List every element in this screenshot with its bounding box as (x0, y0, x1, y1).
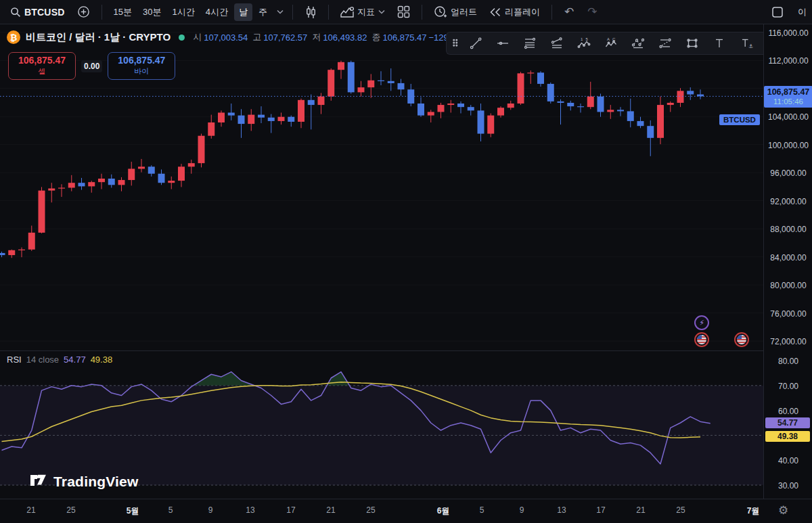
us-economic-event-marker[interactable] (694, 332, 709, 347)
lightning-icon: ⚡ (699, 319, 704, 327)
single-layout-button[interactable] (767, 3, 788, 21)
indicators-button[interactable]: 지표 (336, 3, 390, 21)
timeframe-dropdown-button[interactable] (275, 7, 286, 17)
replay-icon (489, 7, 501, 17)
compare-add-button[interactable] (72, 3, 95, 21)
parallel-channel-tool-button[interactable] (544, 34, 570, 53)
abcd-pattern-icon (658, 37, 672, 50)
parallel-channel-icon (550, 37, 564, 50)
time-axis-label: 5월 (127, 505, 139, 517)
us-economic-event-marker[interactable] (734, 332, 749, 347)
time-axis-label: 9 (208, 505, 213, 515)
redo-icon: ↷ (587, 6, 597, 18)
us-flag-icon (697, 335, 706, 344)
axis-settings-gear-icon[interactable]: ⚙ (778, 503, 788, 518)
save-image-button[interactable]: 이 (795, 3, 807, 21)
time-axis-label: 25 (366, 505, 375, 515)
time-axis-label: 21 (636, 505, 645, 515)
ohlc-key: 저 (312, 31, 321, 43)
timeframe-button-4시간[interactable]: 4시간 (201, 3, 233, 21)
last-price-value: 106,875.47 (764, 87, 812, 97)
redo-button[interactable]: ↷ (582, 5, 602, 19)
chevron-down-icon (277, 9, 284, 14)
search-icon (10, 7, 21, 18)
horizontal-ray-icon (496, 37, 510, 50)
ohlc-key: 종 (371, 31, 380, 43)
trend-line-tool-button[interactable] (463, 34, 489, 53)
text-tool-button[interactable] (706, 34, 732, 53)
buy-label: 바이 (108, 66, 175, 76)
drag-handle-icon (451, 37, 461, 50)
anchored-text-icon: ⚓ (740, 37, 753, 50)
timeframe-button-15분[interactable]: 15분 (109, 3, 137, 21)
rsi-axis-badge: 54.77 (765, 417, 810, 428)
ohlc-values: 시107,003.54고107,762.57저106,493.82종106,87… (193, 31, 449, 43)
rsi-header[interactable]: RSI 14 close 54.77 49.38 (7, 355, 112, 365)
symbol-price-tag[interactable]: BTCUSD (719, 114, 760, 125)
pane-divider[interactable] (0, 350, 763, 351)
elliott-correction-wave-icon: AC (604, 37, 618, 50)
bitcoin-icon: ₿ (7, 30, 20, 44)
rsi-params: 14 close (26, 355, 59, 365)
rsi-axis-label: 60.00 (764, 407, 812, 416)
timeframe-button-날[interactable]: 날 (234, 3, 252, 21)
price-axis[interactable]: 106,875.47 11:05:46 54.77 49.38 116,000.… (763, 24, 812, 499)
crypto-event-marker[interactable]: ⚡ (694, 315, 709, 330)
abcd-pattern-tool-button[interactable] (652, 34, 678, 53)
chevron-down-icon (378, 9, 385, 14)
market-status-dot[interactable] (179, 35, 185, 41)
symbol-search-button[interactable]: BTCUSD (5, 4, 70, 20)
toolbar-separator (102, 5, 102, 20)
time-axis[interactable]: ⚙ 21255월59131721256월59131721257월 (0, 499, 812, 523)
fib-retracement-tool-button[interactable] (517, 34, 543, 53)
xabcd-pattern-tool-button[interactable] (625, 34, 651, 53)
buy-button[interactable]: 106,875.47 바이 (108, 52, 175, 80)
sell-button[interactable]: 106,875.47 셀 (8, 52, 76, 80)
price-axis-label: 104,000.00 (764, 112, 812, 122)
svg-text:A: A (607, 37, 610, 41)
timeframe-button-1시간[interactable]: 1시간 (167, 3, 199, 21)
rsi-title: RSI (7, 355, 22, 365)
rectangle-icon (685, 37, 699, 50)
indicators-icon (340, 6, 354, 18)
horizontal-ray-tool-button[interactable] (490, 34, 516, 53)
ohlc-value: 106,493.82 (323, 32, 367, 43)
indicators-label: 지표 (357, 6, 375, 18)
rectangle-tool-button[interactable] (679, 34, 705, 53)
toolbar-separator (292, 5, 293, 20)
timeframe-button-30분[interactable]: 30분 (138, 3, 166, 21)
time-axis-label: 13 (246, 505, 254, 515)
us-flag-icon (737, 335, 746, 344)
price-axis-label: 100,000.00 (764, 141, 812, 150)
price-axis-label: 92,000.00 (764, 197, 812, 206)
chart-type-button[interactable] (300, 3, 321, 22)
alert-button[interactable]: 얼러트 (429, 3, 482, 22)
elliott-impulse-wave-tool-button[interactable]: 15 (571, 34, 597, 53)
layout-templates-button[interactable] (392, 3, 415, 21)
svg-text:⚓: ⚓ (748, 43, 753, 49)
symbol-title[interactable]: 비트코인 / 달러 · 1날 · CRYPTO (26, 31, 171, 44)
tradingview-watermark: TradingView (30, 472, 139, 491)
undo-button[interactable]: ↶ (559, 5, 579, 19)
fib-retracement-icon (523, 37, 537, 50)
rsi-ma-axis-badge: 49.38 (765, 431, 810, 442)
price-axis-label: 96,000.00 (764, 168, 812, 178)
timeframe-button-주[interactable]: 주 (254, 3, 272, 21)
plus-circle-icon (77, 5, 90, 18)
grid-layout-icon (397, 5, 410, 18)
elliott-correction-wave-tool-button[interactable]: AC (598, 34, 624, 53)
replay-button[interactable]: 리플레이 (484, 3, 545, 21)
price-axis-label: 76,000.00 (764, 309, 812, 319)
rsi-axis-label: 40.00 (764, 456, 812, 465)
text-icon (713, 37, 726, 50)
toolbar-drag-handle[interactable] (451, 34, 461, 53)
last-price-label[interactable]: 106,875.47 11:05:46 (764, 86, 812, 108)
time-axis-label: 17 (596, 505, 605, 515)
chart-region[interactable]: ₿ 비트코인 / 달러 · 1날 · CRYPTO 시107,003.54고10… (0, 24, 763, 499)
save-image-label: 이 (798, 6, 807, 18)
time-axis-label: 6월 (437, 505, 450, 517)
tradingview-logo-icon (30, 472, 48, 491)
anchored-text-tool-button[interactable]: ⚓ (734, 34, 759, 53)
price-axis-label: 84,000.00 (764, 253, 812, 263)
buy-price: 106,875.47 (108, 55, 175, 66)
